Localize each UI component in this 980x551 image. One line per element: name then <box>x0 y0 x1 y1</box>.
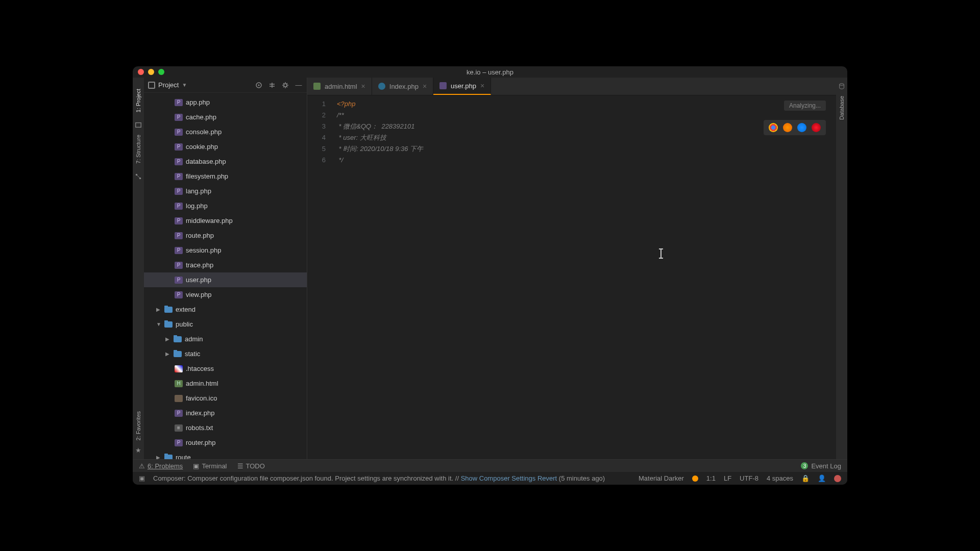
php-file-icon: P <box>175 173 183 180</box>
todo-tool[interactable]: ☰TODO <box>237 462 265 470</box>
file-filesystem-php[interactable]: Pfilesystem.php <box>144 169 307 184</box>
window-title: ke.io – user.php <box>467 68 513 76</box>
folder-icon <box>174 336 182 342</box>
tab-user-php[interactable]: user.php× <box>433 78 491 95</box>
close-tab-icon[interactable]: × <box>423 82 427 90</box>
show-composer-link[interactable]: Show Composer Settings <box>461 474 536 482</box>
terminal-tool[interactable]: ▣Terminal <box>193 462 227 470</box>
file-tree[interactable]: Papp.php Pcache.php Pconsole.php Pcookie… <box>144 93 307 459</box>
problems-tool[interactable]: ⚠6: Problems <box>139 462 183 470</box>
editor-body[interactable]: 1 2 3 4 5 6 <?php /** * 微信&QQ： 228392101… <box>307 95 836 459</box>
line-separator[interactable]: LF <box>724 474 731 482</box>
file-view-php[interactable]: Pview.php <box>144 287 307 302</box>
file-router-php[interactable]: Prouter.php <box>144 435 307 450</box>
line-gutter: 1 2 3 4 5 6 <box>307 95 333 459</box>
file-route-php[interactable]: Proute.php <box>144 228 307 243</box>
file-index-php[interactable]: Pindex.php <box>144 406 307 420</box>
analyzing-badge: Analyzing... <box>784 101 826 111</box>
code-content[interactable]: <?php /** * 微信&QQ： 228392101 * user: 大旺科… <box>333 95 836 459</box>
close-tab-icon[interactable]: × <box>361 82 365 90</box>
chrome-icon[interactable] <box>769 123 778 132</box>
folder-static[interactable]: ▶static <box>144 346 307 361</box>
maximize-window-button[interactable] <box>158 69 164 75</box>
file-app-php[interactable]: Papp.php <box>144 95 307 110</box>
close-window-button[interactable] <box>138 69 144 75</box>
lock-icon[interactable]: 🔒 <box>801 474 810 482</box>
list-icon: ☰ <box>237 462 243 470</box>
php-file-icon: P <box>175 410 183 417</box>
php-file-icon: P <box>175 203 183 210</box>
file-favicon-ico[interactable]: favicon.ico <box>144 391 307 406</box>
php-file-icon: P <box>175 158 183 165</box>
left-tool-gutter: 1: Project 7: Structure 2: Favorites ★ <box>133 78 144 459</box>
file-admin-html[interactable]: Hadmin.html <box>144 376 307 391</box>
editor-area: admin.html× Index.php× user.php× 1 2 3 4… <box>307 78 836 459</box>
php-file-icon: P <box>175 217 183 224</box>
opera-icon[interactable] <box>812 123 821 132</box>
php-file-icon: P <box>175 188 183 195</box>
chevron-right-icon: ▶ <box>165 351 170 357</box>
revert-link[interactable]: Revert <box>537 474 557 482</box>
file-lang-php[interactable]: Plang.php <box>144 184 307 198</box>
expand-icon[interactable] <box>268 81 276 89</box>
project-tool-tab[interactable]: 1: Project <box>135 89 141 112</box>
file-session-php[interactable]: Psession.php <box>144 243 307 258</box>
gear-icon[interactable] <box>281 81 289 89</box>
main-content: 1: Project 7: Structure 2: Favorites ★ P… <box>133 78 847 459</box>
file-database-php[interactable]: Pdatabase.php <box>144 154 307 169</box>
event-count-badge: 3 <box>801 462 808 469</box>
folder-icon <box>164 321 173 328</box>
safari-icon[interactable] <box>797 123 806 132</box>
folder-public[interactable]: ▼public <box>144 317 307 332</box>
indent-setting[interactable]: 4 spaces <box>767 474 793 482</box>
tab-admin-html[interactable]: admin.html× <box>307 78 372 95</box>
hide-icon[interactable]: — <box>295 81 303 89</box>
structure-panel-icon <box>135 173 142 180</box>
file-encoding[interactable]: UTF-8 <box>740 474 758 482</box>
file-middleware-php[interactable]: Pmiddleware.php <box>144 213 307 228</box>
error-indicator-icon[interactable] <box>834 475 841 482</box>
database-tool-tab[interactable]: Database <box>839 96 845 120</box>
file-htaccess[interactable]: .htaccess <box>144 361 307 376</box>
ico-file-icon <box>175 395 183 402</box>
file-cookie-php[interactable]: Pcookie.php <box>144 139 307 154</box>
php-file-icon: P <box>175 291 183 298</box>
file-robots-txt[interactable]: ≡robots.txt <box>144 420 307 435</box>
svg-point-6 <box>284 84 287 87</box>
php-file-icon: P <box>175 114 183 121</box>
folder-route[interactable]: ▶route <box>144 450 307 459</box>
folder-icon <box>164 307 173 313</box>
folder-icon <box>164 455 173 460</box>
file-console-php[interactable]: Pconsole.php <box>144 124 307 139</box>
php-file-icon: P <box>175 439 183 446</box>
close-tab-icon[interactable]: × <box>480 82 484 90</box>
sidebar-title: Project <box>158 81 179 89</box>
php-class-icon <box>378 83 385 90</box>
panel-toggle-icon[interactable]: ▣ <box>139 474 145 482</box>
php-file-icon: P <box>175 129 183 136</box>
structure-tool-tab[interactable]: 7: Structure <box>135 135 141 164</box>
theme-label[interactable]: Material Darker <box>639 474 684 482</box>
sidebar-header: Project ▼ — <box>144 78 307 93</box>
locate-icon[interactable] <box>255 81 263 89</box>
file-user-php[interactable]: Puser.php <box>144 272 307 287</box>
tab-index-php[interactable]: Index.php× <box>372 78 433 95</box>
folder-admin[interactable]: ▶admin <box>144 332 307 346</box>
file-trace-php[interactable]: Ptrace.php <box>144 258 307 272</box>
chevron-down-icon: ▼ <box>156 321 161 327</box>
star-icon: ★ <box>135 446 141 454</box>
file-log-php[interactable]: Plog.php <box>144 198 307 213</box>
chevron-right-icon: ▶ <box>156 307 161 312</box>
firefox-icon[interactable] <box>783 123 792 132</box>
favorites-tool-tab[interactable]: 2: Favorites <box>135 411 141 440</box>
minimize-window-button[interactable] <box>148 69 154 75</box>
project-dropdown[interactable]: Project ▼ <box>148 81 187 89</box>
svg-rect-0 <box>136 123 141 128</box>
file-cache-php[interactable]: Pcache.php <box>144 110 307 124</box>
chevron-right-icon: ▶ <box>156 455 161 459</box>
inspection-icon[interactable]: 👤 <box>818 474 826 482</box>
database-icon <box>838 83 845 90</box>
folder-extend[interactable]: ▶extend <box>144 302 307 317</box>
event-log-tool[interactable]: 3Event Log <box>801 462 841 470</box>
cursor-position[interactable]: 1:1 <box>706 474 716 482</box>
